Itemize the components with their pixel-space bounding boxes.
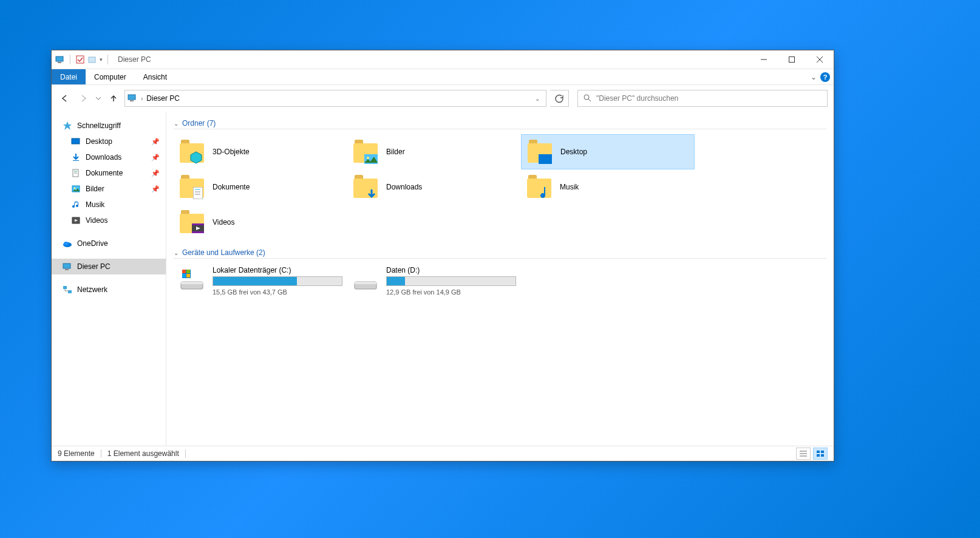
pin-icon: 📌: [151, 185, 160, 193]
sidebar-quick-access[interactable]: Schnellzugriff: [52, 118, 166, 134]
drive-tile[interactable]: Daten (D:)12,9 GB frei von 14,9 GB: [347, 264, 521, 298]
folder-tile[interactable]: Bilder: [347, 134, 521, 169]
sidebar-onedrive[interactable]: OneDrive: [52, 236, 166, 251]
sidebar-item[interactable]: Musik: [52, 197, 166, 213]
window-controls: [750, 50, 834, 69]
folder-icon: [71, 184, 81, 194]
explorer-window: ▾ Dieser PC Datei Computer Ansicht ⌄ ? ›…: [51, 50, 834, 461]
help-icon[interactable]: ?: [820, 72, 830, 82]
folder-tile[interactable]: Dokumente: [174, 169, 347, 205]
folder-tile[interactable]: Downloads: [347, 169, 521, 205]
folder-icon: [71, 152, 81, 162]
network-icon: [63, 285, 72, 295]
svg-rect-14: [73, 160, 79, 161]
sidebar-item[interactable]: Desktop📌: [52, 134, 166, 149]
folder-label: Dokumente: [213, 183, 250, 191]
sidebar-item-label: Musik: [86, 200, 104, 209]
search-placeholder: "Dieser PC" durchsuchen: [596, 94, 678, 103]
svg-rect-3: [89, 57, 95, 63]
svg-rect-54: [817, 454, 820, 457]
drives-grid: Lokaler Datenträger (C:)15,5 GB frei von…: [174, 264, 826, 298]
qat-dropdown-icon[interactable]: ▾: [100, 56, 103, 63]
address-dropdown-icon[interactable]: ⌄: [531, 95, 543, 102]
nav-recent-dropdown[interactable]: [94, 91, 103, 106]
sidebar-this-pc[interactable]: Dieser PC: [52, 259, 166, 274]
group-header-folders[interactable]: ⌄ Ordner (7): [174, 119, 826, 129]
folder-label: Videos: [213, 218, 234, 226]
sidebar-item-label: Bilder: [86, 185, 104, 193]
view-tiles-button[interactable]: [813, 448, 828, 460]
folder-icon: [71, 200, 81, 209]
drive-usage-bar: [213, 276, 342, 286]
svg-line-11: [588, 99, 591, 101]
chevron-right-icon[interactable]: ›: [141, 95, 143, 102]
sidebar-network[interactable]: Netzwerk: [52, 282, 166, 298]
sidebar-item[interactable]: Dokumente📌: [52, 165, 166, 181]
folder-icon: [352, 138, 379, 165]
folder-label: Bilder: [386, 148, 405, 156]
close-button[interactable]: [806, 50, 834, 69]
title-bar: ▾ Dieser PC: [52, 50, 834, 69]
drive-tile[interactable]: Lokaler Datenträger (C:)15,5 GB frei von…: [174, 264, 347, 298]
folder-tile[interactable]: 3D-Objekte: [174, 134, 347, 169]
new-folder-icon[interactable]: [87, 55, 97, 64]
folder-label: Downloads: [386, 183, 422, 191]
svg-rect-44: [186, 270, 190, 273]
svg-rect-45: [182, 274, 186, 278]
tab-computer[interactable]: Computer: [86, 69, 135, 84]
folder-icon: [526, 138, 553, 165]
group-header-drives[interactable]: ⌄ Geräte und Laufwerke (2): [174, 248, 826, 259]
minimize-button[interactable]: [750, 50, 778, 69]
svg-point-30: [367, 157, 369, 159]
folder-label: Musik: [560, 183, 579, 191]
sidebar-label: Dieser PC: [77, 262, 111, 271]
this-pc-icon: [63, 262, 72, 271]
ribbon-expand-icon[interactable]: ⌄: [811, 73, 817, 81]
nav-forward-button[interactable]: [76, 91, 90, 106]
body: Schnellzugriff Desktop📌Downloads📌Dokumen…: [52, 112, 834, 446]
nav-up-button[interactable]: [106, 91, 121, 106]
properties-icon[interactable]: [75, 55, 85, 64]
folder-tile[interactable]: Desktop: [521, 134, 695, 169]
sidebar-item[interactable]: Bilder📌: [52, 181, 166, 197]
drive-icon: [179, 266, 205, 293]
sidebar-label: Schnellzugriff: [77, 121, 121, 130]
svg-rect-24: [63, 264, 70, 268]
svg-rect-43: [182, 270, 186, 273]
svg-rect-2: [77, 56, 84, 63]
tab-view[interactable]: Ansicht: [135, 69, 175, 84]
drive-icon: [352, 266, 379, 293]
svg-marker-12: [63, 121, 72, 130]
search-input[interactable]: "Dieser PC" durchsuchen: [577, 90, 828, 107]
separator: [70, 55, 70, 64]
sidebar-label: Netzwerk: [77, 285, 107, 294]
sidebar-item-label: Videos: [86, 216, 107, 225]
chevron-down-icon[interactable]: ⌄: [174, 250, 179, 256]
folder-tile[interactable]: Videos: [174, 205, 347, 240]
sidebar-item[interactable]: Videos: [52, 213, 166, 228]
status-bar: 9 Elemente 1 Element ausgewählt: [52, 446, 834, 461]
svg-point-19: [74, 188, 76, 189]
svg-rect-13: [72, 138, 80, 144]
svg-marker-28: [191, 152, 202, 163]
sidebar-item[interactable]: Downloads📌: [52, 149, 166, 165]
tab-file[interactable]: Datei: [52, 69, 86, 84]
maximize-button[interactable]: [778, 50, 806, 69]
folder-icon: [71, 168, 81, 178]
view-details-button[interactable]: [796, 448, 811, 460]
group-label: Ordner (7): [182, 119, 216, 128]
chevron-down-icon[interactable]: ⌄: [174, 120, 179, 127]
nav-back-button[interactable]: [58, 91, 72, 106]
refresh-button[interactable]: [550, 90, 569, 107]
folder-tile[interactable]: Musik: [521, 169, 695, 205]
content-pane: ⌄ Ordner (7) 3D-ObjekteBilderDesktopDoku…: [166, 112, 834, 446]
svg-rect-55: [821, 454, 824, 457]
address-text[interactable]: Dieser PC: [146, 94, 528, 103]
separator: [185, 449, 186, 458]
folder-icon: [179, 138, 205, 165]
folder-label: 3D-Objekte: [213, 148, 250, 156]
svg-rect-53: [821, 451, 824, 453]
address-bar[interactable]: › Dieser PC ⌄: [124, 90, 546, 107]
svg-rect-32: [193, 187, 203, 199]
onedrive-icon: [63, 239, 72, 248]
